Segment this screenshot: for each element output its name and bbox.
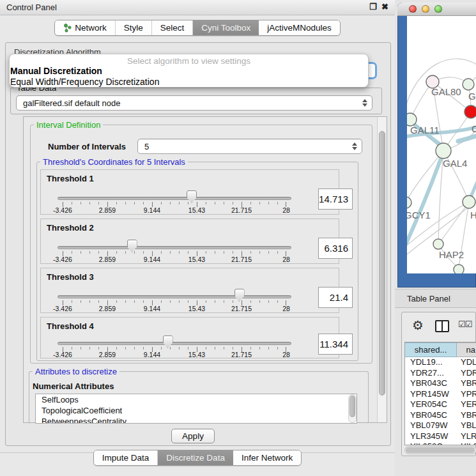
network-canvas[interactable]: GAL80 GA C GAL11 GAL4 GCY1 H HAP2: [407, 16, 476, 273]
column-header-shared[interactable]: shared...: [405, 342, 457, 357]
spinner-arrows-icon: [352, 142, 357, 150]
checkboxes-icon[interactable]: ☑☑: [458, 319, 472, 329]
node-label: GAL80: [431, 86, 461, 97]
slider-thumb[interactable]: [127, 240, 137, 252]
list-item[interactable]: SelfLoops: [36, 394, 357, 405]
thresholds-title: Threshold's Coordinates for 5 Intervals: [40, 158, 188, 166]
table-row[interactable]: YPR145WYPR1: [405, 389, 476, 400]
algorithm-popup: Select algorithm to view settings Manual…: [9, 54, 369, 88]
control-panel: Control Panel ❐ ✖ Network Style Se: [0, 0, 395, 476]
application: Control Panel ❐ ✖ Network Style Se: [0, 0, 476, 476]
node-label: H: [470, 210, 476, 220]
tab-jactivemnodules[interactable]: jActiveMNodules: [259, 20, 340, 35]
top-tab-bar: Network Style Select Cyni Toolbox jActiv…: [0, 20, 395, 36]
node-label: GA: [468, 91, 476, 102]
float-window-icon[interactable]: ❐: [369, 2, 377, 12]
network-window[interactable]: GAL80 GA C GAL11 GAL4 GCY1 H HAP2: [397, 3, 476, 288]
tab-discretize-data[interactable]: Discretize Data: [158, 450, 233, 465]
table-panel-header: Table Panel: [395, 289, 476, 308]
numerical-attributes-list[interactable]: SelfLoops TopologicalCoefficient Between…: [35, 394, 357, 424]
gear-icon[interactable]: ⚙: [412, 318, 424, 333]
threshold-3-value[interactable]: 21.4: [318, 287, 353, 308]
threshold-4-panel: Threshold 4 -3.426 2.859 9.144 15.43 21.…: [40, 317, 339, 358]
combo-arrows-icon: [362, 99, 367, 107]
table-row[interactable]: YBR043CYBR0: [405, 378, 476, 389]
node-bottom[interactable]: [454, 265, 464, 273]
network-window-titlebar[interactable]: [397, 3, 476, 16]
apply-button[interactable]: Apply: [171, 429, 215, 443]
node-ga[interactable]: [463, 79, 474, 90]
tab-impute-data[interactable]: Impute Data: [94, 450, 158, 465]
tab-infer-network[interactable]: Infer Network: [233, 450, 301, 465]
slider-thumb[interactable]: [234, 289, 245, 302]
node-red[interactable]: [464, 105, 476, 118]
list-item[interactable]: TopologicalCoefficient: [36, 405, 357, 416]
popup-option-manual[interactable]: Manual Discretization: [10, 66, 368, 77]
network-graph: GAL80 GA C GAL11 GAL4 GCY1 H HAP2: [407, 16, 476, 273]
threshold-4-value[interactable]: 11.344: [318, 334, 353, 355]
node-gcy1[interactable]: [407, 197, 411, 208]
attributes-scrollbar[interactable]: [348, 394, 357, 423]
table-panel: ⚙ ☑☑ shared... na YDL19...YDL1 YDR27...Y…: [401, 312, 476, 456]
threshold-1-panel: Threshold 1 -3.426 2.859 9.144 15.43 21.…: [40, 169, 339, 215]
network-icon: [63, 24, 72, 33]
number-of-intervals-label: Number of Intervals: [48, 142, 126, 151]
settings-scroll-viewport: Interval Definition Number of Intervals …: [23, 116, 387, 423]
close-icon[interactable]: ✖: [381, 2, 388, 12]
table-panel-toolbar: ⚙ ☑☑: [402, 312, 475, 341]
tab-select[interactable]: Select: [152, 20, 194, 35]
table-horizontal-scrollbar[interactable]: [404, 446, 476, 454]
node-gal4[interactable]: [436, 143, 451, 158]
table-header: shared... na: [405, 342, 476, 357]
control-panel-titlebar: Control Panel ❐ ✖: [0, 0, 395, 15]
column-header-name[interactable]: na: [457, 342, 476, 357]
settings-scrollbar[interactable]: [377, 117, 387, 422]
attributes-title: Attributes to discretize: [33, 367, 119, 376]
table-row[interactable]: YDL19...YDL1: [405, 357, 476, 368]
tab-style[interactable]: Style: [116, 20, 152, 35]
bottom-tab-bar: Impute Data Discretize Data Infer Networ…: [0, 450, 395, 466]
table-panel-title: Table Panel: [407, 294, 450, 303]
tab-network[interactable]: Network: [55, 20, 116, 35]
close-traffic-light[interactable]: [409, 5, 417, 13]
node-gal11[interactable]: [407, 113, 417, 126]
node-label: GAL4: [443, 158, 467, 169]
number-of-intervals-spinner[interactable]: 5: [137, 139, 362, 154]
node-label: C: [472, 123, 476, 134]
node-hap2[interactable]: [433, 239, 443, 249]
table-row[interactable]: YER054CYER0: [405, 399, 476, 410]
node-h[interactable]: [463, 196, 475, 208]
threshold-3-panel: Threshold 3 -3.426 2.859 9.144 15.43 21.…: [40, 268, 339, 313]
numerical-attributes-label: Numerical Attributes: [33, 381, 114, 391]
interval-definition-label: Interval Definition: [34, 121, 103, 129]
table-row[interactable]: YLR345WYLR3: [405, 431, 476, 442]
threshold-2-value[interactable]: 6.316: [318, 238, 353, 259]
threshold-1-value[interactable]: 14.713: [318, 188, 353, 210]
table-row[interactable]: YDR27...YDR2: [405, 368, 476, 379]
columns-icon[interactable]: [435, 320, 449, 332]
node-label: GAL11: [410, 125, 440, 135]
table-row[interactable]: YBR045CYBR0: [405, 410, 476, 421]
table-row[interactable]: YIL052CYIL0: [405, 441, 476, 445]
threshold-2-panel: Threshold 2 -3.426 2.859 9.144 15.43 21.…: [40, 219, 339, 264]
popup-option-equal-width[interactable]: Equal Width/Frequency Discretization: [10, 77, 368, 88]
slider-thumb[interactable]: [163, 335, 173, 348]
minimize-traffic-light[interactable]: [422, 5, 429, 13]
node-table[interactable]: shared... na YDL19...YDL1 YDR27...YDR2 Y…: [404, 342, 476, 445]
right-panel: GAL80 GA C GAL11 GAL4 GCY1 H HAP2 Table …: [395, 0, 476, 476]
table-row[interactable]: YBL079WYBL0: [405, 420, 476, 431]
list-item[interactable]: BetweennessCentrality: [36, 416, 357, 424]
node-label: GCY1: [407, 210, 431, 220]
control-panel-title: Control Panel: [6, 3, 57, 12]
zoom-traffic-light[interactable]: [434, 5, 442, 13]
table-data-combo[interactable]: galFiltered.sif default node: [16, 95, 372, 111]
tab-cyni-toolbox[interactable]: Cyni Toolbox: [193, 20, 259, 35]
node-label: HAP2: [439, 249, 464, 260]
slider-thumb[interactable]: [187, 190, 197, 203]
popup-hint: Select algorithm to view settings: [10, 54, 368, 66]
